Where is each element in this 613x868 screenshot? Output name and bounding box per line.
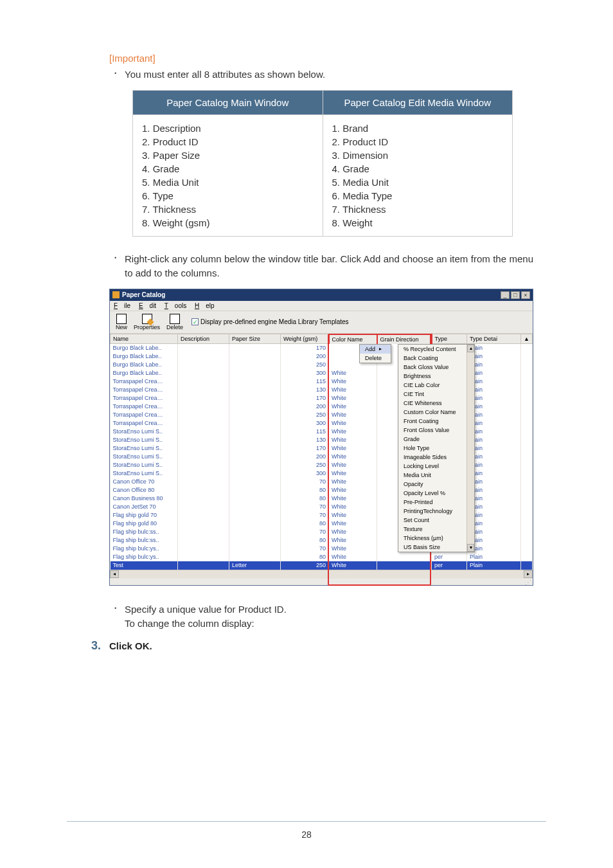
table-cell <box>377 553 432 561</box>
table-cell: 200 <box>281 352 329 361</box>
add-column-submenu[interactable]: ▴ ▾ % Recycled ContentBack CoatingBack G… <box>398 344 475 552</box>
submenu-item[interactable]: US Basis Size <box>398 543 466 552</box>
submenu-item[interactable]: Media Unit <box>398 471 466 480</box>
column-header[interactable]: Description <box>178 334 229 344</box>
attr-list-item: Dimension <box>332 149 504 162</box>
submenu-item[interactable]: CIE Lab Color <box>398 381 466 390</box>
table-cell <box>178 536 229 545</box>
table-cell: White <box>329 394 377 402</box>
attr-header-edit: Paper Catalog Edit Media Window <box>323 90 513 114</box>
attributes-table: Paper Catalog Main Window Paper Catalog … <box>132 90 513 237</box>
table-cell <box>229 344 281 352</box>
table-row[interactable]: Flag ship bulc:ys..80WhiteperPlain <box>111 553 533 561</box>
submenu-item[interactable]: Front Gloss Value <box>398 426 466 435</box>
table-cell <box>178 377 229 386</box>
menubar[interactable]: File Edit Tools Help <box>110 301 533 311</box>
submenu-item[interactable]: Grade <box>398 435 466 444</box>
submenu-item[interactable]: Locking Level <box>398 462 466 471</box>
table-cell: Plain <box>467 344 521 352</box>
table-cell: 80 <box>281 494 329 503</box>
attr-list-item: Weight <box>332 216 504 230</box>
ctx-delete[interactable]: Delete <box>360 354 391 363</box>
submenu-item[interactable]: Opacity <box>398 480 466 489</box>
bullet-dot-icon: ・ <box>109 68 125 80</box>
window-titlebar[interactable]: Paper Catalog _ □ × <box>110 289 533 301</box>
column-context-menu[interactable]: Add Delete <box>359 344 391 363</box>
table-cell: Plain <box>467 411 521 419</box>
table-cell: Plain <box>467 553 521 561</box>
minimize-button[interactable]: _ <box>501 291 510 299</box>
submenu-item[interactable]: Back Coating <box>398 354 466 363</box>
toolbar-new[interactable]: New <box>114 313 129 331</box>
table-row[interactable]: TestLetter250WhiteperPlain <box>111 561 533 570</box>
submenu-item[interactable]: Opacity Level % <box>398 489 466 498</box>
table-cell <box>178 553 229 561</box>
submenu-item[interactable]: Front Coating <box>398 417 466 426</box>
table-cell: per <box>432 561 467 570</box>
submenu-item[interactable]: CIE Whiteness <box>398 399 466 408</box>
submenu-scrollbar[interactable]: ▴ ▾ <box>466 345 474 552</box>
menu-tools[interactable]: Tools <box>164 302 186 309</box>
submenu-item[interactable]: Thickness (µm) <box>398 534 466 543</box>
scroll-up-icon[interactable]: ▴ <box>467 345 474 352</box>
scroll-down-icon[interactable]: ▾ <box>467 544 474 552</box>
ctx-add[interactable]: Add <box>360 345 391 354</box>
toolbar-checkbox-templates[interactable]: ✓ Display pre-defined engine Media Libra… <box>191 318 349 325</box>
table-cell: Plain <box>467 536 521 545</box>
table-cell: Flag ship gold 80 <box>111 520 178 528</box>
table-cell: Plain <box>467 561 521 570</box>
table-cell <box>521 486 533 494</box>
submenu-item[interactable]: % Recycled Content <box>398 345 466 354</box>
column-header[interactable]: Type <box>432 334 467 344</box>
menu-help[interactable]: Help <box>195 302 215 309</box>
submenu-item[interactable]: Texture <box>398 525 466 534</box>
column-header[interactable]: Paper Size <box>229 334 281 344</box>
table-cell <box>521 402 533 411</box>
close-button[interactable]: × <box>521 291 530 299</box>
table-cell <box>178 411 229 419</box>
table-cell: Plain <box>467 453 521 461</box>
table-cell: Flag ship bulc:ys.. <box>111 553 178 561</box>
submenu-item[interactable]: Custom Color Name <box>398 408 466 417</box>
scroll-left-icon[interactable]: ◂ <box>110 570 119 578</box>
column-header[interactable]: Type Detai <box>467 334 521 344</box>
table-cell <box>178 478 229 486</box>
important-heading: [Important] <box>109 53 533 64</box>
menu-file[interactable]: File <box>114 302 130 309</box>
submenu-item[interactable]: Hole Type <box>398 444 466 453</box>
table-cell: Plain <box>467 394 521 402</box>
table-cell <box>229 469 281 478</box>
submenu-item[interactable]: Pre-Printed <box>398 498 466 507</box>
toolbar-delete[interactable]: Delete <box>164 313 185 331</box>
toolbar-properties[interactable]: Properties <box>132 313 162 331</box>
submenu-item[interactable]: Set Count <box>398 516 466 525</box>
submenu-item[interactable]: Imageable Sides <box>398 453 466 462</box>
column-header[interactable]: Name <box>111 334 178 344</box>
menu-edit[interactable]: Edit <box>139 302 156 309</box>
table-cell <box>229 520 281 528</box>
table-cell: White <box>329 520 377 528</box>
column-header[interactable]: Grain Direction <box>377 334 432 344</box>
table-cell: Burgo Black Labe.. <box>111 361 178 369</box>
table-cell <box>229 402 281 411</box>
header-sort-icon[interactable]: ▲ <box>521 334 533 344</box>
table-cell <box>229 369 281 377</box>
table-cell <box>521 444 533 453</box>
scroll-right-icon[interactable]: ▸ <box>524 570 533 578</box>
table-cell <box>521 369 533 377</box>
submenu-item[interactable]: CIE Tint <box>398 390 466 399</box>
attr-list-item: Description <box>142 122 314 135</box>
table-cell: Plain <box>467 478 521 486</box>
submenu-item[interactable]: Brightness <box>398 372 466 381</box>
table-cell <box>178 352 229 361</box>
horizontal-scrollbar[interactable]: ◂ ▸ <box>110 570 533 579</box>
table-cell <box>521 528 533 536</box>
submenu-item[interactable]: PrintingTechnology <box>398 507 466 516</box>
column-header[interactable]: Weight (gsm) <box>281 334 329 344</box>
maximize-button[interactable]: □ <box>511 291 520 299</box>
resize-grip-icon[interactable]: ⋰ <box>110 579 533 585</box>
column-header[interactable]: Color Name <box>329 334 377 344</box>
submenu-item[interactable]: Back Gloss Value <box>398 363 466 372</box>
table-cell: 70 <box>281 503 329 511</box>
table-cell <box>229 453 281 461</box>
